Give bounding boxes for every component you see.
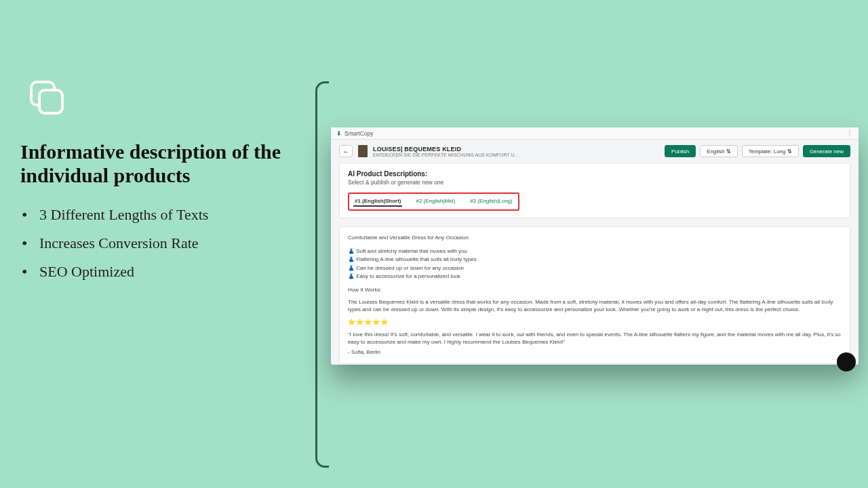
feature-line: 👗 Can be dressed up or down for any occa… [348,264,842,272]
marketing-left-column: Informative description of the individua… [20,78,292,291]
card-title: AI Product Descriptions: [348,170,842,178]
bullet-item: Increases Conversion Rate [20,235,292,252]
star-rating: ⭐⭐⭐⭐⭐ [348,318,842,327]
feature-line: 👗 Soft and stretchy material that moves … [348,247,842,256]
how-it-works-body: The Louises Bequemes Kleid is a versatil… [348,298,842,314]
description-lead: Comfortable and Versatile Dress for Any … [348,234,842,242]
product-thumbnail [358,145,368,157]
back-button[interactable]: ← [339,145,353,157]
feature-line: 👗 Flattering A-line silhouette that suit… [348,256,842,264]
chat-widget-icon[interactable] [837,352,856,371]
template-select[interactable]: Template: Long ⇅ [742,145,799,157]
tab-mid[interactable]: #2 (English|Mid) [414,197,456,207]
download-icon: ⬇ [336,130,342,137]
app-window: ⬇ SmartCopy ⋮ ← LOUISES| BEQUEMES KLEID … [331,127,859,365]
language-select[interactable]: English ⇅ [700,145,737,157]
product-name: LOUISES| BEQUEMES KLEID [373,146,518,152]
product-subtitle: ENTDECKEN SIE DIE PERFEKTE MISCHUNG AUS … [373,152,518,157]
description-content: Comfortable and Versatile Dress for Any … [339,226,850,364]
menu-icon[interactable]: ⋮ [846,130,853,137]
descriptions-card: AI Product Descriptions: Select & publis… [339,163,850,218]
publish-button[interactable]: Publish [665,145,696,157]
testimonial-quote: "I love this dress! It's soft, comfortab… [348,331,842,346]
headline: Informative description of the individua… [20,140,292,187]
card-subtitle: Select & publish or generate new one [348,179,842,186]
testimonial-signature: - Sofia, Berlin [348,348,842,357]
tab-short[interactable]: #1 (English|Short) [353,197,402,207]
svg-rect-1 [39,90,62,113]
app-brand: ⬇ SmartCopy [336,130,374,137]
header-actions: Publish English ⇅ Template: Long ⇅ Gener… [665,145,850,157]
header-row: ← LOUISES| BEQUEMES KLEID ENTDECKEN SIE … [331,140,859,163]
bullet-item: SEO Optimized [20,263,292,281]
divider-bracket [315,81,329,468]
copy-icon [27,78,292,120]
tabs-highlight-box: #1 (English|Short) #2 (English|Mid) #3 (… [348,192,519,211]
product-info: LOUISES| BEQUEMES KLEID ENTDECKEN SIE DI… [373,146,518,157]
generate-button[interactable]: Generate new [803,145,850,157]
titlebar: ⬇ SmartCopy ⋮ [331,127,859,140]
feature-line: 👗 Easy to accessorize for a personalized… [348,272,842,281]
feature-bullets: 3 Different Lengths of Texts Increases C… [20,206,292,281]
app-name: SmartCopy [344,130,374,137]
bullet-item: 3 Different Lengths of Texts [20,206,292,224]
how-it-works-heading: How It Works: [348,286,842,294]
tab-long[interactable]: #3 (English|Long) [469,197,514,207]
